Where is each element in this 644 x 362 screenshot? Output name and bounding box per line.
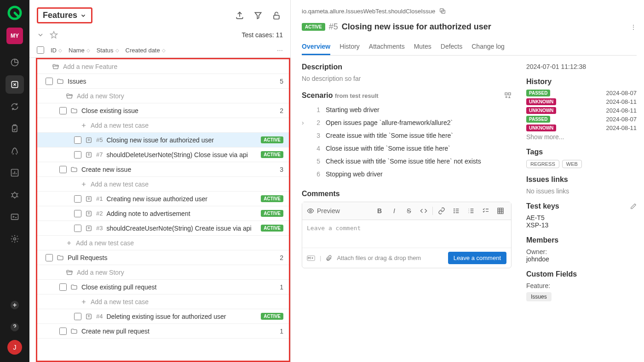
nav-sync-icon[interactable]	[6, 97, 24, 116]
grouping-dropdown[interactable]: Features	[37, 7, 92, 23]
upload-icon[interactable]	[233, 9, 246, 22]
tab-defects[interactable]: Defects	[441, 39, 462, 55]
chevron-down-icon[interactable]	[37, 31, 44, 39]
scenario-settings-icon[interactable]	[504, 92, 512, 99]
tree-row[interactable]: Close existing issue2	[37, 103, 289, 118]
attach-icon[interactable]	[326, 255, 332, 261]
columns-menu-icon[interactable]: ⋯	[277, 47, 283, 54]
tree-row[interactable]: Issues5	[37, 74, 289, 89]
details-menu-icon[interactable]: ⋮	[630, 23, 637, 31]
leave-comment-button[interactable]: Leave a comment	[448, 252, 506, 264]
description-heading: Description	[302, 63, 512, 71]
tree-row[interactable]: Pull Requests2	[37, 250, 289, 265]
tree-row[interactable]: #2Adding note to advertisementACTIVE	[37, 206, 289, 221]
scenario-step[interactable]: 1Starting web driver	[302, 103, 512, 116]
details-tabs: OverviewHistoryAttachmentsMutesDefectsCh…	[302, 39, 637, 56]
tab-mutes[interactable]: Mutes	[414, 39, 431, 55]
tab-attachments[interactable]: Attachments	[369, 39, 405, 55]
scenario-step[interactable]: 5Check issue with title `Some issue titl…	[302, 155, 512, 168]
nav-add-icon[interactable]	[6, 296, 24, 314]
nav-tests-icon[interactable]	[6, 75, 24, 94]
nav-help-icon[interactable]	[6, 318, 24, 336]
row-checkbox[interactable]	[59, 166, 67, 173]
select-all-checkbox[interactable]	[37, 46, 44, 54]
preview-toggle[interactable]: Preview	[307, 207, 340, 215]
tree-row[interactable]: #5Closing new issue for authorized userA…	[37, 133, 289, 147]
tab-history[interactable]: History	[339, 39, 360, 55]
row-checkbox[interactable]	[46, 78, 53, 85]
row-checkbox[interactable]	[59, 107, 67, 114]
link-icon[interactable]	[436, 205, 448, 217]
svg-rect-20	[508, 93, 511, 95]
tab-change log[interactable]: Change log	[472, 39, 505, 55]
tree-row[interactable]: #4Deleting existing issue for authorized…	[37, 309, 289, 324]
copy-icon[interactable]	[439, 7, 446, 15]
nav-clipboard-icon[interactable]	[6, 119, 24, 138]
svg-point-22	[454, 209, 454, 209]
italic-icon[interactable]: I	[388, 205, 400, 217]
history-row[interactable]: PASSED2024-08-07	[526, 90, 637, 96]
show-more-link[interactable]: Show more...	[526, 133, 637, 141]
col-name[interactable]: Name◇	[69, 47, 90, 54]
bold-icon[interactable]: B	[374, 205, 385, 217]
tree-row[interactable]: Add a new test case	[37, 177, 289, 192]
code-icon[interactable]	[418, 205, 430, 217]
tree-row[interactable]: Add a new Feature	[37, 59, 289, 74]
comment-textarea[interactable]: Leave a comment	[302, 220, 511, 248]
nav-analytics-icon[interactable]	[6, 164, 24, 182]
table-icon[interactable]	[494, 205, 506, 217]
row-checkbox[interactable]	[74, 195, 81, 203]
svg-rect-25	[498, 208, 503, 214]
tree-row[interactable]: Create new issue3	[37, 162, 289, 177]
tree-row[interactable]: Add a new Story	[37, 265, 289, 280]
row-checkbox[interactable]	[74, 136, 81, 144]
col-status[interactable]: Status◇	[97, 47, 119, 54]
strike-icon[interactable]: S	[403, 205, 415, 217]
scenario-step[interactable]: ›2Open issues page `allure-framework/all…	[302, 116, 512, 129]
row-checkbox[interactable]	[74, 151, 81, 158]
star-icon[interactable]	[50, 31, 58, 39]
row-checkbox[interactable]	[59, 283, 67, 291]
ol-list-icon[interactable]	[465, 205, 477, 217]
history-row[interactable]: PASSED2024-08-07	[526, 116, 637, 123]
nav-settings-icon[interactable]	[6, 230, 24, 248]
tree-row[interactable]: Add a new test case	[37, 236, 289, 250]
nav-bug-icon[interactable]	[6, 186, 24, 204]
lock-open-icon[interactable]	[270, 9, 283, 22]
checklist-icon[interactable]	[480, 205, 492, 217]
col-created[interactable]: Created date◇	[126, 47, 166, 54]
scenario-step[interactable]: 4Close issue with title `Some issue titl…	[302, 142, 512, 155]
history-row[interactable]: UNKNOWN2024-08-11	[526, 124, 637, 131]
tag[interactable]: REGRESS	[526, 160, 559, 168]
ul-list-icon[interactable]	[450, 205, 462, 217]
nav-dashboard-icon[interactable]	[6, 53, 24, 72]
tree-row[interactable]: #1Creating new issue authorized userACTI…	[37, 192, 289, 206]
tab-overview[interactable]: Overview	[302, 39, 330, 55]
app-logo	[7, 6, 22, 20]
tree-row[interactable]: Add a new Story	[37, 89, 289, 103]
row-checkbox[interactable]	[74, 313, 81, 320]
history-row[interactable]: UNKNOWN2024-08-11	[526, 107, 637, 114]
tree-row[interactable]: Create new pull request1	[37, 324, 289, 339]
user-avatar[interactable]: J	[7, 340, 22, 355]
workspace-avatar[interactable]: MY	[6, 28, 23, 44]
tree-row[interactable]: Add a new test case	[37, 118, 289, 133]
nav-launch-icon[interactable]	[6, 141, 24, 160]
col-id[interactable]: ID◇	[51, 47, 62, 54]
tree-row[interactable]: Add a new test case	[37, 294, 289, 309]
tag[interactable]: WEB	[562, 160, 582, 168]
tree-row[interactable]: Close existing pull request1	[37, 280, 289, 294]
row-checkbox[interactable]	[59, 328, 67, 335]
row-checkbox[interactable]	[74, 225, 81, 232]
row-checkbox[interactable]	[74, 210, 81, 217]
history-row[interactable]: UNKNOWN2024-08-11	[526, 98, 637, 105]
scenario-step[interactable]: 6Stopping web driver	[302, 168, 512, 181]
row-checkbox[interactable]	[46, 254, 53, 261]
chevron-down-icon	[80, 12, 86, 19]
tree-row[interactable]: #7shouldDeleteUserNote(String) Close iss…	[37, 147, 289, 162]
edit-icon[interactable]	[630, 203, 637, 209]
nav-terminal-icon[interactable]	[6, 208, 24, 226]
filter-icon[interactable]	[252, 9, 264, 22]
scenario-step[interactable]: 3Create issue with title `Some issue tit…	[302, 129, 512, 142]
tree-row[interactable]: #3shouldCreateUserNote(String) Create is…	[37, 221, 289, 236]
